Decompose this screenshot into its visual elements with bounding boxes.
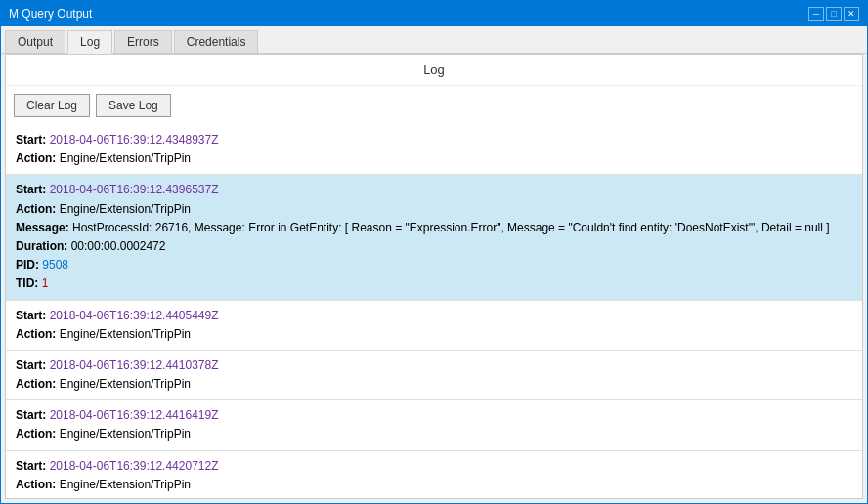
- log-field-label: PID:: [16, 258, 42, 272]
- close-button[interactable]: ✕: [844, 7, 859, 21]
- log-field-value: 2018-04-06T16:39:12.4405449Z: [50, 309, 219, 322]
- log-field-label: Action:: [16, 377, 60, 391]
- tab-output[interactable]: Output: [5, 30, 65, 53]
- log-field: Start: 2018-04-06T16:39:12.4420712Z: [16, 457, 852, 476]
- log-field-label: Start:: [16, 183, 50, 196]
- log-field-label: Start:: [16, 358, 50, 372]
- log-field-value: Engine/Extension/TripPin: [60, 151, 191, 165]
- save-log-button[interactable]: Save Log: [96, 94, 171, 117]
- log-field-value: 2018-04-06T16:39:12.4410378Z: [50, 358, 219, 372]
- main-window: M Query Output ─ □ ✕ Output Log Errors C…: [0, 0, 868, 504]
- log-field-label: Action:: [16, 478, 60, 491]
- window-controls: ─ □ ✕: [808, 7, 859, 21]
- log-field-label: Start:: [16, 408, 50, 422]
- log-field: Start: 2018-04-06T16:39:12.4396537Z: [16, 181, 852, 199]
- log-field: PID: 9508: [16, 256, 852, 274]
- tab-log[interactable]: Log: [67, 30, 112, 54]
- log-field-value: Engine/Extension/TripPin: [60, 377, 191, 391]
- log-field-label: Action:: [16, 327, 60, 341]
- log-field: Action: Engine/Extension/TripPin: [16, 325, 852, 344]
- log-field: Action: Engine/Extension/TripPin: [16, 149, 852, 168]
- log-field-label: TID:: [16, 276, 42, 290]
- log-area[interactable]: Start: 2018-04-06T16:39:12.4348937ZActio…: [6, 125, 862, 498]
- log-field: Start: 2018-04-06T16:39:12.4405449Z: [16, 307, 852, 325]
- log-field: Action: Engine/Extension/TripPin: [16, 375, 852, 394]
- log-field-value: Engine/Extension/TripPin: [60, 202, 191, 216]
- content-area: Log Clear Log Save Log Start: 2018-04-06…: [5, 54, 863, 499]
- title-bar: M Query Output ─ □ ✕: [1, 1, 867, 26]
- tab-errors[interactable]: Errors: [114, 30, 172, 53]
- log-entry[interactable]: Start: 2018-04-06T16:39:12.4348937ZActio…: [6, 125, 862, 175]
- log-entry[interactable]: Start: 2018-04-06T16:39:12.4416419ZActio…: [6, 400, 862, 450]
- log-field: Action: Engine/Extension/TripPin: [16, 200, 852, 219]
- log-field-value: 1: [42, 276, 49, 290]
- log-field: TID: 1: [16, 274, 852, 293]
- log-field: Start: 2018-04-06T16:39:12.4348937Z: [16, 131, 852, 149]
- clear-log-button[interactable]: Clear Log: [14, 94, 90, 117]
- log-field-value: 9508: [42, 258, 68, 272]
- log-field: Action: Engine/Extension/TripPin: [16, 476, 852, 494]
- window-title: M Query Output: [9, 7, 92, 21]
- log-field-label: Start:: [16, 133, 50, 147]
- tab-bar: Output Log Errors Credentials: [1, 26, 867, 54]
- log-field-label: Start:: [16, 459, 50, 473]
- log-field: Start: 2018-04-06T16:39:12.4410378Z: [16, 357, 852, 375]
- log-entry[interactable]: Start: 2018-04-06T16:39:12.4410378ZActio…: [6, 351, 862, 400]
- log-field-value: 00:00:00.0002472: [71, 239, 166, 253]
- log-field-value: 2018-04-06T16:39:12.4348937Z: [50, 133, 219, 147]
- log-field-value: 2018-04-06T16:39:12.4420712Z: [50, 459, 219, 473]
- log-field-value: HostProcessId: 26716, Message: Error in …: [72, 221, 830, 234]
- log-entry[interactable]: Start: 2018-04-06T16:39:12.4405449ZActio…: [6, 301, 862, 351]
- log-field-label: Action:: [16, 427, 60, 441]
- log-field-label: Duration:: [16, 239, 71, 253]
- log-field-value: 2018-04-06T16:39:12.4396537Z: [50, 183, 219, 196]
- log-field: Action: Engine/Extension/TripPin: [16, 425, 852, 443]
- log-field-label: Message:: [16, 221, 72, 234]
- log-field-value: Engine/Extension/TripPin: [60, 427, 191, 441]
- toolbar: Clear Log Save Log: [6, 86, 862, 125]
- log-field-value: Engine/Extension/TripPin: [60, 478, 191, 491]
- log-entry[interactable]: Start: 2018-04-06T16:39:12.4420712ZActio…: [6, 451, 862, 498]
- log-field-value: Engine/Extension/TripPin: [60, 327, 191, 341]
- log-field: Start: 2018-04-06T16:39:12.4416419Z: [16, 406, 852, 425]
- log-header: Log: [6, 55, 862, 86]
- log-field-label: Start:: [16, 309, 50, 322]
- tab-credentials[interactable]: Credentials: [174, 30, 259, 53]
- log-field-label: Action:: [16, 202, 60, 216]
- minimize-button[interactable]: ─: [808, 7, 824, 21]
- log-field-label: Action:: [16, 151, 60, 165]
- restore-button[interactable]: □: [826, 7, 842, 21]
- log-field-value: 2018-04-06T16:39:12.4416419Z: [50, 408, 219, 422]
- log-field: Duration: 00:00:00.0002472: [16, 237, 852, 256]
- log-entry[interactable]: Start: 2018-04-06T16:39:12.4396537ZActio…: [6, 175, 862, 300]
- log-field: Message: HostProcessId: 26716, Message: …: [16, 219, 852, 237]
